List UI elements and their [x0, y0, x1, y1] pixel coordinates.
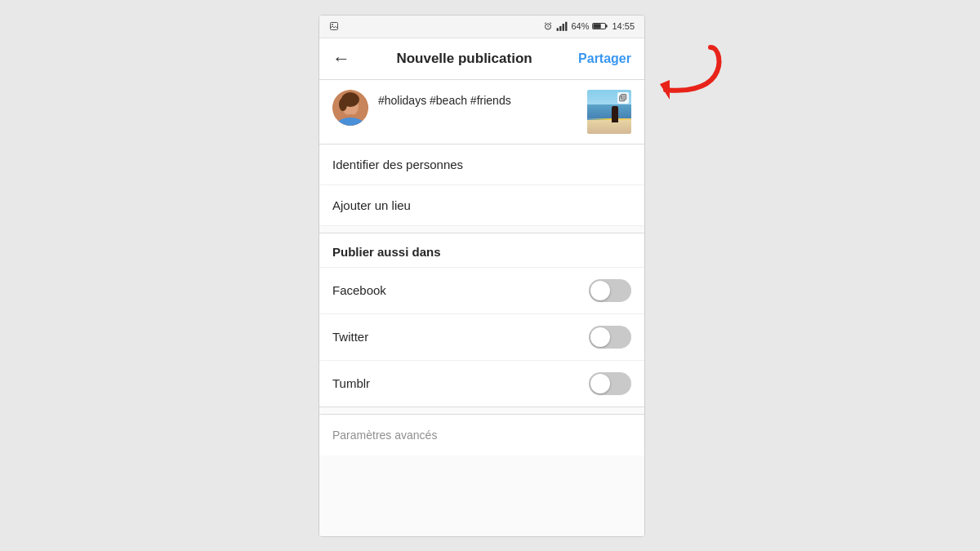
multi-image-indicator: [617, 92, 629, 104]
signal-icon: [556, 21, 568, 31]
post-thumbnail: [587, 90, 631, 134]
svg-rect-6: [563, 24, 564, 31]
twitter-label: Twitter: [332, 330, 368, 344]
facebook-publish-item: Facebook: [319, 267, 644, 313]
phone-wrapper: 64% 14:55 ← Nouvelle publication Partage…: [318, 15, 662, 537]
twitter-publish-item: Twitter: [319, 313, 644, 360]
image-status-icon: [329, 21, 339, 31]
alarm-icon: [543, 21, 553, 31]
post-caption[interactable]: #holidays #beach #friends: [378, 90, 577, 109]
avatar: [332, 90, 368, 126]
publish-section: Publier aussi dans Facebook Twitter: [319, 233, 644, 407]
svg-point-2: [332, 24, 333, 25]
status-bar: 64% 14:55: [319, 16, 644, 38]
advanced-label: Paramètres avancés: [332, 429, 437, 442]
time-text: 14:55: [612, 21, 635, 31]
phone-screen: 64% 14:55 ← Nouvelle publication Partage…: [318, 15, 645, 537]
svg-rect-4: [557, 28, 559, 31]
svg-rect-1: [331, 23, 338, 30]
svg-rect-10: [594, 24, 601, 29]
svg-rect-19: [621, 95, 626, 99]
sand: [587, 120, 631, 133]
publish-header: Publier aussi dans: [319, 233, 644, 267]
tumblr-toggle-knob: [590, 374, 610, 393]
avatar-image: [332, 90, 368, 126]
tumblr-label: Tumblr: [332, 376, 370, 390]
page-title: Nouvelle publication: [396, 51, 532, 67]
facebook-toggle[interactable]: [589, 279, 631, 302]
twitter-toggle-knob: [590, 327, 610, 347]
back-button[interactable]: ←: [332, 48, 350, 69]
tag-people-item[interactable]: Identifier des personnes: [319, 144, 644, 185]
svg-point-14: [339, 98, 347, 111]
advanced-section[interactable]: Paramètres avancés: [319, 414, 644, 455]
post-preview-section: #holidays #beach #friends: [319, 80, 644, 144]
nav-bar: ← Nouvelle publication Partager: [319, 38, 644, 80]
content-area: #holidays #beach #friends: [319, 80, 644, 536]
add-location-item[interactable]: Ajouter un lieu: [319, 185, 644, 226]
facebook-toggle-knob: [590, 281, 610, 300]
facebook-label: Facebook: [332, 283, 386, 297]
battery-icon: [592, 21, 608, 31]
menu-section: Identifier des personnes Ajouter un lieu: [319, 144, 644, 226]
svg-rect-5: [560, 26, 562, 31]
svg-marker-0: [660, 80, 670, 100]
person: [612, 106, 618, 122]
status-right: 64% 14:55: [543, 21, 635, 31]
svg-rect-9: [606, 24, 608, 28]
tumblr-publish-item: Tumblr: [319, 360, 644, 407]
twitter-toggle[interactable]: [589, 326, 631, 349]
tumblr-toggle[interactable]: [589, 372, 631, 395]
status-left: [329, 21, 339, 31]
svg-rect-7: [566, 22, 568, 31]
water: [587, 104, 631, 118]
battery-text: 64%: [571, 21, 589, 31]
share-button[interactable]: Partager: [578, 51, 631, 66]
